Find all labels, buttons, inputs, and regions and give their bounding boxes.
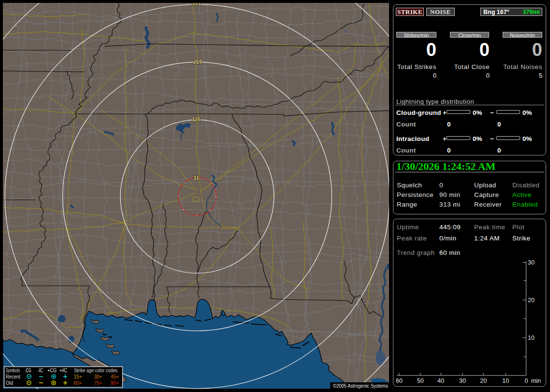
svg-text:©2005 Astrogenic Systems: ©2005 Astrogenic Systems	[333, 383, 388, 389]
svg-text:125: 125	[192, 116, 201, 122]
svg-text:-CG: -CG	[25, 367, 31, 373]
svg-text:30+: 30+	[94, 374, 102, 379]
svg-text:10: 10	[502, 378, 509, 384]
svg-text:15+: 15+	[74, 374, 82, 379]
svg-text:75+: 75+	[94, 380, 102, 386]
svg-text:-IC: -IC	[38, 367, 43, 373]
svg-text:+CG: +CG	[47, 367, 57, 373]
svg-text:90+: 90+	[111, 380, 119, 386]
svg-text:50: 50	[417, 378, 424, 384]
svg-text:Symbols: Symbols	[6, 367, 20, 373]
svg-text:40: 40	[437, 378, 444, 384]
svg-text:Strike age color codes: Strike age color codes	[74, 367, 117, 373]
svg-text:10: 10	[528, 335, 535, 341]
svg-text:Recent: Recent	[6, 374, 20, 379]
svg-text:31: 31	[193, 175, 199, 181]
svg-text:60: 60	[396, 378, 403, 384]
svg-text:60+: 60+	[74, 380, 82, 386]
svg-text:30: 30	[528, 259, 535, 266]
svg-text:45+: 45+	[111, 374, 119, 379]
svg-text:0: 0	[525, 378, 528, 384]
svg-text:219: 219	[193, 59, 202, 65]
svg-text:Old: Old	[6, 380, 13, 386]
svg-text:20: 20	[480, 378, 487, 384]
svg-text:min: min	[531, 378, 541, 384]
svg-text:20: 20	[528, 297, 535, 304]
svg-text:+IC: +IC	[59, 367, 67, 373]
svg-text:30: 30	[459, 378, 466, 384]
